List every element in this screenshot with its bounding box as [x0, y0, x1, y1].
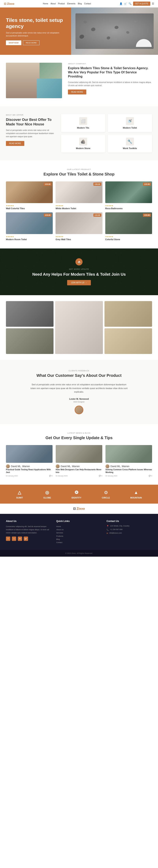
nav-blog[interactable]: Blog [78, 3, 82, 5]
bathtub-decoration [136, 39, 152, 47]
partner-1: ◎ GLOBE [43, 489, 51, 499]
hero-section: Tiles stone, toilet setup agency Sed ut … [0, 7, 158, 55]
services-read-more-button[interactable]: READ MORE [6, 141, 24, 146]
blog-comments-0: 💬 0 [49, 475, 53, 477]
product-card-5[interactable]: £29.99 ★★★★★ Colorful Stone [105, 212, 152, 241]
products-label: Our Latest Product [6, 168, 152, 170]
footer-contact: Contact Us 📍 123 Street, City, Country 📞… [106, 520, 152, 544]
about-content: About Company Explore Modern Tiles Stone… [68, 63, 152, 98]
shop-now-button[interactable]: SHOP NOW [6, 40, 21, 45]
brand-logo[interactable]: ⊡ Zixxo [4, 2, 14, 5]
navbar: ⊡ Zixxo Home About Product Elements Blog… [0, 0, 158, 7]
footer-quick-links: Quick Links Home About Us Services Produ… [56, 520, 102, 544]
service-card-0[interactable]: ⬜ Modern Tils [61, 114, 105, 132]
read-more-hero-button[interactable]: READ MORE [23, 40, 40, 45]
service-name-3: Work Toolkits [111, 147, 149, 150]
menu-icon[interactable]: ☰ [152, 2, 154, 5]
footer-link-4[interactable]: Blog [56, 538, 102, 541]
product-stars-0: ★★★★★ [6, 205, 53, 207]
footer-about-text: Consectetur adipiscing elit. Sed do eius… [6, 525, 52, 534]
product-card-0[interactable]: £25.99 ★★★★★ Wall Colorful Tiles [6, 181, 53, 210]
product-card-3[interactable]: £29.99 ★★★★★ Modern Room Toilet [6, 212, 53, 241]
blog-author-1: David ML. Warren [61, 465, 80, 468]
product-card-4[interactable]: £33.99 ★★★★★ Grey Wall Tiles [55, 212, 102, 241]
linkedin-icon[interactable]: in [18, 536, 22, 541]
cta-label: Get More Update [6, 268, 152, 270]
facebook-icon[interactable]: f [6, 536, 10, 541]
footer-about-title: About Us [6, 520, 52, 523]
user-icon[interactable]: 👤 [120, 2, 123, 5]
nav-contact[interactable]: Contact [84, 3, 91, 5]
footer-link-2[interactable]: Services [56, 531, 102, 534]
partner-2: ❂ IDENTITY [72, 489, 81, 499]
product-card-1[interactable]: £39.99 ★★★★★ White Modern Toilet [55, 181, 102, 210]
gallery-item-3[interactable] [6, 328, 54, 354]
nav-actions: 👤 🛒 🔍 GET A QUOTE ☰ [120, 2, 154, 6]
cta-join-button[interactable]: JOIN WITH US → [67, 280, 91, 285]
blog-avatar-2 [105, 464, 109, 468]
product-image-2: £29.99 [105, 181, 152, 203]
gallery-item-0[interactable] [6, 301, 54, 327]
footer-link-5[interactable]: Contact [56, 541, 102, 544]
service-card-1[interactable]: 🚿 Modern Toilet [108, 114, 152, 132]
blog-date-0: 02 January 2023 [6, 475, 18, 477]
product-name-2: Roca Bathrooms [105, 207, 152, 210]
blog-card-1[interactable]: David ML. Warren How Web Designers Can H… [56, 445, 102, 477]
product-name-5: Colorful Stone [105, 238, 152, 241]
blog-card-2[interactable]: David ML. Warren Solving Common Cross-Pl… [105, 445, 152, 477]
nav-elements[interactable]: Elements [67, 3, 75, 5]
product-name-1: White Modern Toilet [55, 207, 102, 210]
cta-icon: 🏠 [75, 258, 83, 266]
brand-icon: ⊡ [4, 2, 6, 5]
about-read-more-button[interactable]: READ MORE [68, 90, 86, 94]
stones-image [75, 13, 154, 49]
blog-title-0: Practical Guide Testing React Applicatio… [6, 468, 53, 474]
nav-product[interactable]: Product [58, 3, 65, 5]
hero-description: Sed ut perspiciatis unde omnis iste natu… [6, 31, 65, 37]
hero-text: Tiles stone, toilet setup agency Sed ut … [0, 7, 71, 55]
nav-home[interactable]: Home [43, 3, 48, 5]
about-section: About Company Explore Modern Tiles Stone… [0, 55, 158, 106]
footer-link-1[interactable]: About Us [56, 528, 102, 531]
googleplus-icon[interactable]: g+ [24, 536, 28, 541]
product-card-2[interactable]: £29.99 ★★★★★ Roca Bathrooms [105, 181, 152, 210]
search-icon[interactable]: 🔍 [129, 2, 132, 5]
footer: About Us Consectetur adipiscing elit. Se… [0, 514, 158, 550]
social-icons: f t in g+ [6, 536, 52, 541]
gallery-item-1[interactable] [55, 301, 103, 354]
partners-section: △ SUMIT ◎ GLOBE ❂ IDENTITY ⊙ CIRCLE ▲ MO… [0, 485, 158, 504]
product-price-0: £25.99 [44, 183, 52, 186]
service-card-2[interactable]: 🪨 Modern Stone [61, 134, 105, 153]
products-section: Our Latest Product Explore Our Tiles Toi… [0, 160, 158, 248]
twitter-icon[interactable]: t [12, 536, 16, 541]
service-name-1: Modern Toilet [111, 127, 149, 129]
product-price-5: £29.99 [143, 214, 151, 217]
gallery-section [0, 295, 158, 360]
testimonial-label: Clients Feedback [6, 370, 152, 372]
blog-author-info-1: David ML. Warren [56, 464, 102, 468]
cart-icon[interactable]: 🛒 [124, 2, 127, 5]
services-label: What We Offer [6, 114, 55, 116]
nav-about[interactable]: About [51, 3, 56, 5]
gallery-item-4[interactable] [104, 328, 152, 354]
footer-link-0[interactable]: Home [56, 525, 102, 528]
blog-card-0[interactable]: David ML. Warren Practical Guide Testing… [6, 445, 53, 477]
product-image-0: £25.99 [6, 181, 53, 203]
blog-comments-2: 💬 0 [149, 475, 152, 477]
testimonial-author: Lester M. Norwood [6, 398, 152, 400]
about-description: Consectetur adipiscing elit. Sed do eius… [68, 81, 152, 87]
footer-logo: ⊡ Zixxo [73, 507, 85, 510]
gallery-item-2[interactable] [104, 301, 152, 327]
work-toolkits-icon: 🔧 [126, 137, 134, 146]
footer-link-3[interactable]: Products [56, 534, 102, 538]
blog-image-1 [56, 445, 102, 463]
product-name-0: Wall Colorful Tiles [6, 207, 53, 210]
circle-icon: ⊙ [103, 489, 109, 496]
service-card-3[interactable]: 🔧 Work Toolkits [108, 134, 152, 153]
footer-contact-title: Contact Us [106, 520, 152, 523]
blog-footer-1: 02 January 2023 💬 0 [56, 475, 102, 477]
about-label: About Company [68, 63, 152, 65]
cta-section: 🏠 Get More Update Need Any Helps For Mod… [0, 248, 158, 295]
product-price-3: £29.99 [44, 214, 52, 217]
get-quote-button[interactable]: GET A QUOTE [133, 2, 150, 6]
